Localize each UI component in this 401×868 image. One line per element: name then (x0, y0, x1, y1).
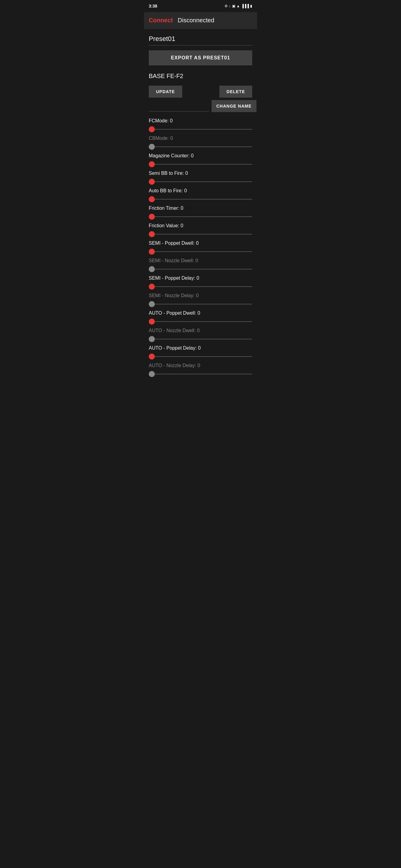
slider-input[interactable] (149, 321, 252, 322)
signal-icon: ▐▐▐ (241, 4, 249, 8)
slider-input[interactable] (149, 181, 252, 182)
slider-section: Friction Timer: 0 (149, 206, 252, 218)
download-icon: ↓ (229, 4, 231, 8)
slider-label: Semi BB to Fire: 0 (149, 170, 252, 176)
change-name-input[interactable] (149, 101, 209, 112)
status-icons: ⚙ ↓ ▣ ▲ ▐▐▐ ▮ (225, 4, 252, 8)
slider-input[interactable] (149, 216, 252, 217)
slider-section: Auto BB to Fire: 0 (149, 188, 252, 201)
slider-label: AUTO - Nozzle Delay: 0 (149, 363, 252, 368)
sim-icon: ▣ (232, 4, 235, 8)
slider-section: Friction Value: 0 (149, 223, 252, 236)
slider-label: AUTO - Nozzle Dwell: 0 (149, 328, 252, 333)
slider-input[interactable] (149, 339, 252, 339)
main-content: EXPORT AS PRESET01 BASE FE-F2 UPDATE DEL… (144, 29, 257, 384)
slider-label: SEMI - Poppet Dwell: 0 (149, 241, 252, 246)
slider-section: AUTO - Nozzle Delay: 0 (149, 363, 252, 375)
update-delete-row: UPDATE DELETE (149, 86, 252, 98)
slider-section: Semi BB to Fire: 0 (149, 170, 252, 183)
slider-label: Magazine Counter: 0 (149, 153, 252, 158)
slider-label: Friction Timer: 0 (149, 206, 252, 211)
slider-section: AUTO - Poppet Delay: 0 (149, 345, 252, 358)
change-name-button[interactable]: CHANGE NAME (211, 100, 256, 112)
slider-label: FCMode: 0 (149, 118, 252, 124)
delete-button[interactable]: DELETE (219, 86, 252, 98)
slider-label: SEMI - Nozzle Dwell: 0 (149, 258, 252, 264)
battery-icon: ▮ (250, 4, 252, 8)
slider-section: SEMI - Poppet Dwell: 0 (149, 241, 252, 253)
slider-input[interactable] (149, 374, 252, 374)
slider-section: AUTO - Nozzle Dwell: 0 (149, 328, 252, 341)
slider-label: Auto BB to Fire: 0 (149, 188, 252, 193)
slider-section: AUTO - Poppet Dwell: 0 (149, 310, 252, 323)
wifi-icon: ▲ (236, 4, 240, 8)
slider-input[interactable] (149, 129, 252, 130)
status-bar: 3:38 ⚙ ↓ ▣ ▲ ▐▐▐ ▮ (144, 0, 257, 12)
slider-label: AUTO - Poppet Delay: 0 (149, 345, 252, 351)
update-button[interactable]: UPDATE (149, 86, 182, 98)
settings-icon: ⚙ (225, 4, 228, 8)
slider-input[interactable] (149, 147, 252, 147)
slider-input[interactable] (149, 251, 252, 252)
slider-section: FCMode: 0 (149, 118, 252, 131)
slider-input[interactable] (149, 356, 252, 357)
slider-label: AUTO - Poppet Dwell: 0 (149, 310, 252, 316)
slider-label: CBMode: 0 (149, 135, 252, 141)
base-label: BASE FE-F2 (149, 71, 252, 81)
slider-input[interactable] (149, 304, 252, 304)
slider-label: SEMI - Poppet Delay: 0 (149, 276, 252, 281)
slider-label: SEMI - Nozzle Delay: 0 (149, 293, 252, 299)
slider-input[interactable] (149, 286, 252, 287)
connect-button[interactable]: Connect (149, 17, 173, 24)
change-name-row: CHANGE NAME (149, 100, 252, 112)
slider-section: SEMI - Poppet Delay: 0 (149, 276, 252, 288)
slider-input[interactable] (149, 164, 252, 164)
header: Connect Disconnected (144, 12, 257, 29)
header-title: Disconnected (178, 17, 214, 24)
preset-name-input[interactable] (149, 33, 252, 45)
sliders-container: FCMode: 0CBMode: 0Magazine Counter: 0Sem… (149, 118, 252, 375)
slider-section: Magazine Counter: 0 (149, 153, 252, 166)
slider-input[interactable] (149, 234, 252, 235)
slider-input[interactable] (149, 269, 252, 270)
export-button[interactable]: EXPORT AS PRESET01 (149, 50, 252, 65)
slider-label: Friction Value: 0 (149, 223, 252, 228)
status-time: 3:38 (149, 4, 157, 8)
slider-input[interactable] (149, 199, 252, 199)
slider-section: SEMI - Nozzle Dwell: 0 (149, 258, 252, 271)
slider-section: SEMI - Nozzle Delay: 0 (149, 293, 252, 306)
slider-section: CBMode: 0 (149, 135, 252, 148)
